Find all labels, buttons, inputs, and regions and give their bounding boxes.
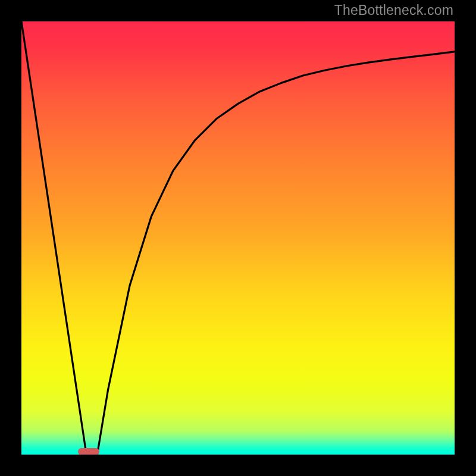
curve-svg xyxy=(21,21,455,455)
optimum-marker xyxy=(78,448,99,455)
plot-area xyxy=(21,21,455,455)
frame-border-right xyxy=(455,0,476,476)
bottleneck-curve xyxy=(21,21,455,455)
chart-frame: TheBottleneck.com xyxy=(0,0,476,476)
watermark-text: TheBottleneck.com xyxy=(334,2,453,18)
frame-border-left xyxy=(0,0,21,476)
frame-border-bottom xyxy=(0,455,476,476)
